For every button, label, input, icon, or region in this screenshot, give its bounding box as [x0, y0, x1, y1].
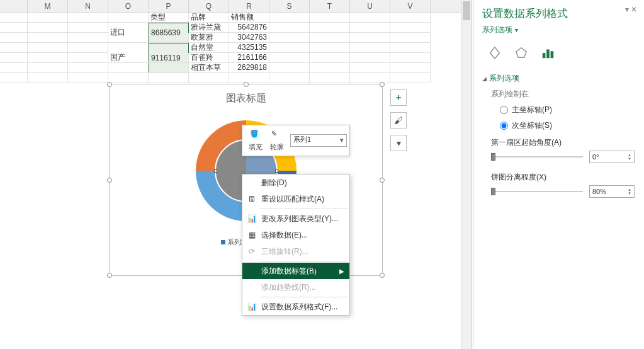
resize-handle[interactable] — [380, 82, 385, 87]
col-S[interactable]: S — [269, 0, 310, 12]
resize-handle[interactable] — [380, 178, 385, 183]
explode-label: 饼图分离程度(X) — [482, 168, 635, 184]
explode-input[interactable]: 80%▲▼ — [589, 185, 635, 198]
cell-brand-0[interactable]: 雅诗兰黛 — [189, 23, 229, 33]
series-select[interactable]: 系列1 — [290, 134, 347, 147]
series-options-section[interactable]: 系列选项 — [482, 71, 635, 86]
chart-styles-button[interactable]: 🖌 — [390, 112, 407, 129]
cell-type-header[interactable]: 类型 — [149, 13, 189, 23]
context-menu: 删除(D) 🖻重设以匹配样式(A) 📊更改系列图表类型(Y)... ▦选择数据(… — [242, 174, 350, 316]
svg-rect-0 — [543, 53, 546, 58]
col-M[interactable]: M — [28, 0, 68, 12]
outline-button[interactable]: ✎ 轮廓 — [266, 129, 288, 153]
menu-format-series[interactable]: 📊设置数据系列格式(F)... — [242, 299, 349, 315]
chart-elements-button[interactable]: ＋ — [390, 89, 407, 106]
brush-icon: 🖌 — [394, 115, 403, 125]
svg-rect-2 — [551, 51, 554, 58]
chart-side-buttons: ＋ 🖌 ▾ — [390, 89, 407, 157]
cell-sales-1[interactable]: 3042763 — [229, 33, 269, 43]
cell-sales-4[interactable]: 2629818 — [229, 63, 269, 73]
chart-title[interactable]: 图表标题 — [110, 84, 382, 108]
format-series-panel: ▾ ✕ 设置数据系列格式 系列选项 系列选项 系列绘制在 主坐标轴(P) 次坐标… — [473, 0, 643, 349]
col-header-row[interactable] — [0, 0, 28, 12]
paint-bucket-icon: 🪣 — [250, 130, 261, 141]
reset-icon: 🖻 — [246, 194, 257, 204]
pen-icon: ✎ — [271, 130, 283, 141]
format-icon: 📊 — [246, 302, 257, 312]
column-headers: M N O P Q R S T U V — [0, 0, 472, 13]
bars-icon — [541, 46, 555, 60]
resize-handle[interactable] — [107, 178, 112, 183]
panel-subtitle[interactable]: 系列选项 — [482, 23, 635, 42]
menu-3d-rotate: ⟳三维旋转(R)... — [242, 243, 349, 260]
primary-axis-radio[interactable]: 主坐标轴(P) — [482, 102, 635, 118]
menu-select-data[interactable]: ▦选择数据(E)... — [242, 227, 349, 243]
cell-brand-header[interactable]: 品牌 — [189, 13, 229, 23]
cell-brand-4[interactable]: 相宜本草 — [189, 63, 229, 73]
menu-change-chart-type[interactable]: 📊更改系列图表类型(Y)... — [242, 210, 349, 227]
pentagon-icon — [514, 46, 528, 60]
explode-slider[interactable] — [491, 186, 583, 197]
col-O[interactable]: O — [108, 0, 149, 12]
mini-toolbar: 🪣 填充 ✎ 轮廓 系列1 — [242, 125, 350, 156]
fill-label: 填充 — [249, 142, 263, 152]
secondary-axis-radio[interactable]: 次坐标轴(S) — [482, 118, 635, 134]
resize-handle[interactable] — [244, 82, 249, 87]
menu-delete[interactable]: 删除(D) — [242, 174, 349, 191]
cell-grid[interactable]: 类型 品牌 销售额 进口 8685639 雅诗兰黛 5642876 欧莱雅 30… — [0, 13, 472, 83]
angle-label: 第一扇区起始角度(A) — [482, 134, 635, 149]
svg-rect-1 — [546, 50, 550, 59]
cell-brand-1[interactable]: 欧莱雅 — [189, 33, 229, 43]
fill-button[interactable]: 🪣 填充 — [245, 129, 266, 153]
spinner-icon[interactable]: ▲▼ — [628, 188, 631, 195]
resize-handle[interactable] — [107, 82, 112, 87]
cell-brand-3[interactable]: 百雀羚 — [189, 53, 229, 63]
legend-swatch — [221, 240, 225, 244]
series-options-tab[interactable] — [539, 44, 556, 62]
paint-diamond-icon — [488, 46, 502, 60]
menu-add-trendline: 添加趋势线(R)... — [242, 279, 349, 295]
vertical-scrollbar[interactable] — [461, 0, 472, 349]
rotate-icon: ⟳ — [246, 246, 257, 256]
chart-icon: 📊 — [246, 214, 257, 224]
funnel-icon: ▾ — [397, 138, 401, 148]
col-V[interactable]: V — [390, 0, 431, 12]
fill-line-tab[interactable] — [486, 44, 504, 62]
col-Q[interactable]: Q — [189, 0, 229, 12]
menu-add-data-labels[interactable]: 添加数据标签(B)▶ — [242, 263, 349, 279]
grid-icon: ▦ — [246, 230, 257, 240]
col-U[interactable]: U — [350, 0, 390, 12]
plot-on-label: 系列绘制在 — [482, 86, 635, 102]
menu-reset-style[interactable]: 🖻重设以匹配样式(A) — [242, 191, 349, 207]
angle-input[interactable]: 0°▲▼ — [589, 151, 635, 163]
col-R[interactable]: R — [229, 0, 269, 12]
angle-slider[interactable] — [491, 152, 583, 162]
scrollbar-thumb[interactable] — [463, 1, 470, 20]
spreadsheet-workspace: M N O P Q R S T U V 类型 品牌 销售额 进口 8685639… — [0, 0, 472, 349]
resize-handle[interactable] — [107, 273, 112, 278]
outline-label: 轮廓 — [270, 142, 284, 152]
cell-sales-header[interactable]: 销售额 — [229, 13, 269, 23]
cell-sales-0[interactable]: 5642876 — [229, 23, 269, 33]
chart-filter-button[interactable]: ▾ — [390, 135, 407, 151]
col-T[interactable]: T — [310, 0, 350, 12]
spinner-icon[interactable]: ▲▼ — [628, 153, 631, 161]
effects-tab[interactable] — [512, 44, 530, 62]
cell-sales-3[interactable]: 2161166 — [229, 53, 269, 63]
cell-sales-2[interactable]: 4325135 — [229, 43, 269, 53]
panel-title: 设置数据系列格式 — [482, 5, 635, 23]
col-N[interactable]: N — [68, 0, 108, 12]
col-P[interactable]: P — [149, 0, 189, 12]
cell-brand-2[interactable]: 自然堂 — [189, 43, 229, 53]
resize-handle[interactable] — [380, 273, 385, 278]
panel-close-button[interactable]: ▾ ✕ — [625, 5, 637, 14]
submenu-arrow-icon: ▶ — [339, 268, 344, 275]
